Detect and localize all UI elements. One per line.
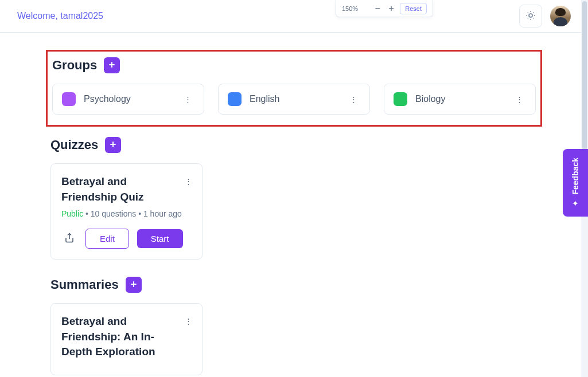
quiz-actions: Edit Start	[61, 229, 192, 249]
header-actions	[519, 5, 571, 28]
meta-sep: •	[138, 209, 143, 218]
start-button[interactable]: Start	[137, 229, 183, 248]
group-more-button[interactable]: ⋮	[346, 92, 360, 106]
groups-title: Groups	[52, 58, 97, 73]
group-name: English	[250, 94, 338, 104]
more-vertical-icon: ⋮	[184, 95, 192, 104]
svg-line-7	[528, 18, 528, 18]
welcome-text: Welcome, tamal2025	[17, 11, 103, 21]
feedback-tab[interactable]: Feedback ✦	[563, 149, 588, 217]
svg-line-8	[533, 12, 534, 13]
quizzes-title: Quizzes	[50, 138, 98, 152]
group-card-english[interactable]: English ⋮	[218, 84, 370, 115]
more-vertical-icon: ⋮	[516, 95, 523, 104]
quizzes-header: Quizzes	[50, 137, 538, 153]
sparkle-icon: ✦	[572, 199, 579, 208]
group-name: Psychology	[84, 94, 173, 104]
scrollbar-thumb[interactable]	[582, 1, 587, 150]
edit-button[interactable]: Edit	[85, 229, 129, 249]
summary-title: Betrayal and Friendship: An In-Depth Exp…	[61, 314, 192, 360]
group-name: Biology	[415, 94, 504, 104]
quiz-title: Betrayal and Friendship Quiz	[61, 174, 192, 205]
summary-card[interactable]: ⋮ Betrayal and Friendship: An In-Depth E…	[50, 303, 203, 375]
meta-sep: •	[85, 209, 91, 218]
avatar[interactable]	[550, 6, 571, 26]
quiz-questions: 10 questions	[91, 209, 136, 218]
summaries-title: Summaries	[50, 277, 119, 292]
svg-point-0	[529, 14, 532, 17]
group-card-biology[interactable]: Biology ⋮	[384, 84, 536, 115]
header: Welcome, tamal2025	[0, 0, 588, 33]
add-summary-button[interactable]	[126, 277, 142, 293]
zoom-value: 150%	[342, 5, 369, 12]
quiz-age: 1 hour ago	[143, 209, 182, 218]
add-quiz-button[interactable]	[105, 137, 121, 153]
add-group-button[interactable]	[104, 57, 120, 73]
group-color-swatch	[62, 92, 76, 106]
groups-list: Psychology ⋮ English ⋮ Biology ⋮	[52, 84, 536, 115]
summary-more-button[interactable]: ⋮	[181, 314, 195, 328]
plus-icon	[108, 140, 118, 151]
zoom-in-button[interactable]: +	[386, 3, 396, 14]
quiz-more-button[interactable]: ⋮	[181, 174, 195, 188]
feedback-label: Feedback	[571, 158, 580, 195]
svg-line-4	[533, 18, 534, 18]
main-content: Groups Psychology ⋮ English ⋮ Biology ⋮	[0, 33, 588, 377]
zoom-out-button[interactable]: −	[372, 3, 383, 14]
svg-line-3	[528, 12, 528, 13]
group-card-psychology[interactable]: Psychology ⋮	[52, 84, 204, 115]
summaries-header: Summaries	[50, 277, 538, 293]
zoom-control: 150% − + Reset	[336, 0, 433, 17]
sun-icon	[525, 10, 536, 22]
groups-header: Groups	[52, 57, 536, 73]
group-more-button[interactable]: ⋮	[181, 92, 194, 106]
quiz-visibility: Public	[61, 209, 83, 218]
share-icon	[64, 233, 75, 245]
more-vertical-icon: ⋮	[185, 177, 192, 186]
group-more-button[interactable]: ⋮	[512, 92, 526, 106]
summaries-section: Summaries ⋮ Betrayal and Friendship: An …	[50, 277, 538, 375]
quiz-meta: Public • 10 questions • 1 hour ago	[61, 209, 192, 218]
more-vertical-icon: ⋮	[185, 317, 192, 325]
quiz-card[interactable]: ⋮ Betrayal and Friendship Quiz Public • …	[50, 163, 203, 260]
plus-icon	[107, 60, 116, 71]
group-color-swatch	[228, 92, 242, 106]
theme-toggle-button[interactable]	[519, 5, 542, 28]
groups-highlight-box: Groups Psychology ⋮ English ⋮ Biology ⋮	[46, 50, 542, 127]
group-color-swatch	[394, 92, 407, 106]
more-vertical-icon: ⋮	[350, 95, 357, 104]
zoom-reset-button[interactable]: Reset	[400, 3, 427, 14]
plus-icon	[129, 280, 138, 290]
share-button[interactable]	[61, 231, 77, 247]
